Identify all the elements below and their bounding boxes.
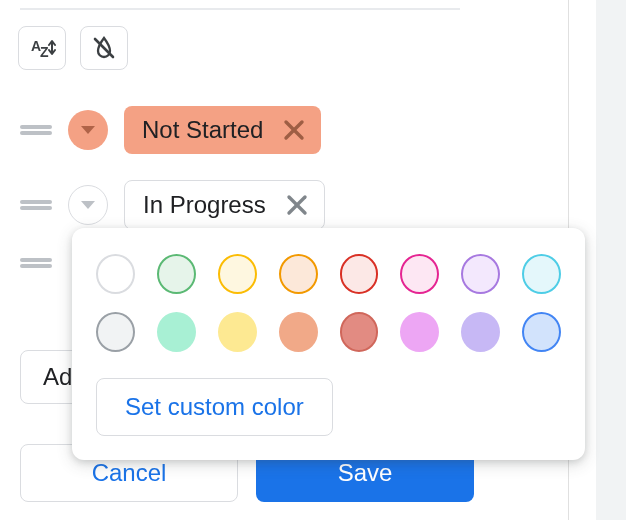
color-swatch[interactable]: [96, 254, 135, 294]
drag-handle-icon[interactable]: [20, 200, 52, 210]
option-chip[interactable]: In Progress: [124, 180, 325, 230]
option-chip[interactable]: Not Started: [124, 106, 321, 154]
color-swatch[interactable]: [461, 254, 500, 294]
colorblind-off-icon: [90, 34, 118, 62]
color-swatch[interactable]: [400, 312, 439, 352]
color-swatch[interactable]: [522, 312, 561, 352]
option-color-button[interactable]: [68, 185, 108, 225]
option-row: In Progress: [20, 180, 325, 230]
drag-handle-icon[interactable]: [20, 125, 52, 135]
color-swatch[interactable]: [279, 254, 318, 294]
remove-option-button[interactable]: [284, 192, 310, 218]
chevron-down-icon: [81, 201, 95, 209]
app-rail-edge: [596, 0, 626, 520]
chevron-down-icon: [81, 126, 95, 134]
set-custom-color-button[interactable]: Set custom color: [96, 378, 333, 436]
option-row: [20, 258, 52, 268]
options-toolbar: A Z: [18, 26, 128, 70]
drag-handle-icon[interactable]: [20, 258, 52, 268]
color-swatch[interactable]: [218, 254, 257, 294]
color-swatch[interactable]: [340, 254, 379, 294]
color-swatch[interactable]: [279, 312, 318, 352]
sort-az-icon: A Z: [28, 36, 56, 60]
close-icon: [286, 194, 308, 216]
color-swatch[interactable]: [340, 312, 379, 352]
sort-az-button[interactable]: A Z: [18, 26, 66, 70]
close-icon: [283, 119, 305, 141]
color-swatch[interactable]: [218, 312, 257, 352]
color-swatch[interactable]: [157, 254, 196, 294]
color-swatch[interactable]: [461, 312, 500, 352]
color-swatch[interactable]: [157, 312, 196, 352]
remove-option-button[interactable]: [281, 117, 307, 143]
colorblind-toggle-button[interactable]: [80, 26, 128, 70]
color-swatch[interactable]: [96, 312, 135, 352]
option-row: Not Started: [20, 106, 321, 154]
color-picker-popover: Set custom color: [72, 228, 585, 460]
option-color-button[interactable]: [68, 110, 108, 150]
color-swatch[interactable]: [400, 254, 439, 294]
divider: [20, 8, 460, 10]
swatch-row-2: [96, 312, 561, 352]
color-swatch[interactable]: [522, 254, 561, 294]
option-label: Not Started: [142, 116, 263, 144]
swatch-row-1: [96, 254, 561, 294]
svg-text:Z: Z: [40, 44, 49, 60]
option-label: In Progress: [143, 191, 266, 219]
